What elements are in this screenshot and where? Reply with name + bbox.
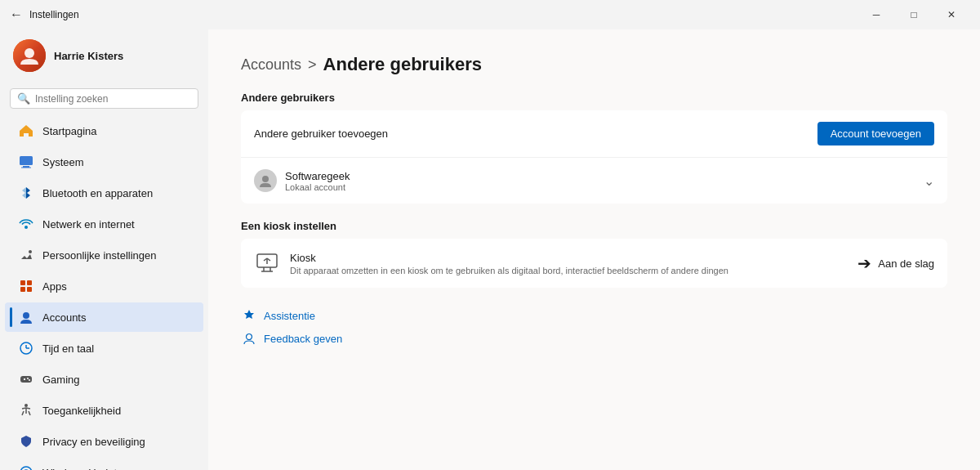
kiosk-icon [254, 250, 280, 276]
svg-point-4 [24, 226, 28, 229]
home-icon [18, 123, 34, 139]
assistentie-icon [241, 307, 257, 324]
breadcrumb: Accounts > Andere gebruikers [241, 54, 947, 75]
privacy-icon [18, 433, 34, 450]
bluetooth-icon [18, 185, 34, 201]
assistentie-link[interactable]: Assistentie [241, 307, 947, 324]
feedback-link[interactable]: Feedback geven [241, 330, 947, 347]
sidebar-item-persoonlijk[interactable]: Persoonlijke instellingen [5, 240, 203, 270]
sidebar-item-update[interactable]: Windows Update [5, 458, 203, 470]
sidebar-item-label: Persoonlijke instellingen [42, 249, 156, 262]
feedback-icon [241, 330, 257, 347]
svg-point-21 [262, 176, 269, 182]
sidebar-item-label: Startpagina [42, 125, 97, 137]
other-users-card: Andere gebruiker toevoegen Account toevo… [241, 110, 947, 204]
footer-links: Assistentie Feedback geven [241, 307, 947, 347]
svg-point-0 [24, 48, 34, 58]
sidebar-item-startpagina[interactable]: Startpagina [5, 116, 203, 145]
window-title: Instellingen [29, 9, 79, 20]
app-body: Harrie Kisters 🔍 Startpagina [0, 29, 980, 470]
kiosk-section: Een kiosk instellen [241, 220, 947, 288]
sidebar-item-apps[interactable]: Apps [5, 271, 203, 301]
svg-rect-6 [20, 280, 25, 285]
network-icon [18, 216, 34, 232]
arrow-right-icon: ➔ [858, 253, 871, 273]
sidebar-item-label: Systeem [42, 156, 84, 168]
svg-rect-14 [20, 376, 32, 383]
sidebar-item-label: Privacy en beveiliging [42, 436, 145, 448]
user-row-softwaregeek[interactable]: Softwaregeek Lokaal account ⌄ [241, 157, 947, 204]
accessibility-icon [18, 402, 34, 419]
sidebar-item-toegankelijkheid[interactable]: Toegankelijkheid [5, 396, 203, 425]
sidebar-item-tijd[interactable]: Tijd en taal [5, 333, 203, 363]
apps-icon [18, 278, 34, 294]
sidebar-item-label: Bluetooth en apparaten [42, 187, 153, 199]
system-icon [18, 154, 34, 170]
sidebar-item-label: Accounts [42, 311, 86, 324]
avatar-icon [19, 45, 40, 66]
sidebar-item-label: Gaming [42, 374, 80, 386]
svg-rect-8 [20, 287, 25, 292]
svg-rect-7 [27, 280, 32, 285]
back-button[interactable]: ← [10, 7, 23, 22]
feedback-label: Feedback geven [264, 333, 342, 345]
update-icon [18, 464, 34, 470]
kiosk-title: Kiosk [290, 252, 848, 264]
svg-point-17 [27, 378, 29, 379]
kiosk-action-label: Aan de slag [878, 257, 934, 270]
svg-rect-9 [27, 287, 32, 292]
svg-point-29 [247, 334, 252, 340]
close-button[interactable]: ✕ [933, 3, 970, 26]
user-sub-softwaregeek: Lokaal account [285, 182, 350, 192]
time-icon [18, 340, 34, 356]
svg-point-18 [29, 379, 30, 381]
assistentie-label: Assistentie [264, 310, 315, 322]
sidebar-item-accounts[interactable]: Accounts [5, 302, 203, 332]
search-input[interactable] [35, 93, 191, 105]
svg-point-19 [24, 404, 28, 407]
search-icon: 🔍 [17, 92, 30, 105]
svg-rect-3 [21, 168, 31, 168]
kiosk-card-inner: Kiosk Dit apparaat omzetten in een kiosk… [241, 239, 947, 288]
add-account-button[interactable]: Account toevoegen [817, 122, 934, 145]
avatar-inner [13, 39, 46, 72]
breadcrumb-separator: > [308, 56, 317, 74]
kiosk-card: Kiosk Dit apparaat omzetten in een kiosk… [241, 239, 947, 288]
add-user-row: Andere gebruiker toevoegen Account toevo… [241, 110, 947, 157]
breadcrumb-parent[interactable]: Accounts [241, 56, 301, 74]
sidebar-item-privacy[interactable]: Privacy en beveiliging [5, 427, 203, 456]
svg-rect-1 [20, 156, 33, 165]
gaming-icon [18, 371, 34, 387]
sidebar: Harrie Kisters 🔍 Startpagina [0, 29, 208, 470]
main-content: Accounts > Andere gebruikers Andere gebr… [208, 29, 980, 470]
user-name: Harrie Kisters [54, 50, 123, 62]
maximize-button[interactable]: □ [895, 3, 933, 26]
kiosk-info: Kiosk Dit apparaat omzetten in een kiosk… [290, 252, 848, 275]
sidebar-item-systeem[interactable]: Systeem [5, 147, 203, 177]
svg-point-5 [29, 250, 32, 253]
kiosk-action[interactable]: ➔ Aan de slag [858, 253, 934, 273]
sidebar-item-label: Toegankelijkheid [42, 405, 121, 417]
section-title-other-users: Andere gebruikers [241, 92, 947, 104]
svg-point-10 [23, 312, 29, 319]
title-bar: ← Instellingen ─ □ ✕ [0, 0, 980, 29]
minimize-button[interactable]: ─ [858, 3, 895, 26]
add-user-label: Andere gebruiker toevoegen [254, 128, 388, 140]
section-title-kiosk: Een kiosk instellen [241, 220, 947, 232]
sidebar-item-label: Netwerk en internet [42, 218, 135, 231]
sidebar-item-netwerk[interactable]: Netwerk en internet [5, 209, 203, 239]
sidebar-item-label: Windows Update [42, 467, 122, 471]
user-section[interactable]: Harrie Kisters [0, 29, 208, 82]
sidebar-item-gaming[interactable]: Gaming [5, 365, 203, 394]
search-box[interactable]: 🔍 [10, 88, 198, 109]
title-bar-left: ← Instellingen [10, 7, 79, 22]
breadcrumb-current: Andere gebruikers [323, 54, 482, 75]
user-row-left: Softwaregeek Lokaal account [254, 169, 350, 192]
personal-icon [18, 247, 34, 263]
sidebar-item-bluetooth[interactable]: Bluetooth en apparaten [5, 178, 203, 208]
accounts-icon [18, 309, 34, 325]
sidebar-item-label: Apps [42, 280, 67, 293]
avatar [13, 39, 46, 72]
user-row-info: Softwaregeek Lokaal account [285, 170, 350, 192]
window-controls: ─ □ ✕ [858, 3, 970, 26]
